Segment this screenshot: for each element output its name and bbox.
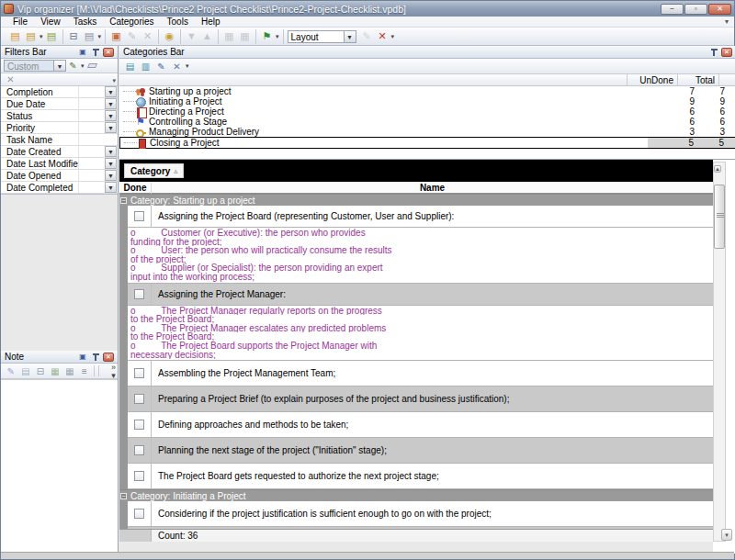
filter-dropdown-icon[interactable]: ▼ <box>105 158 117 169</box>
menu-overflow-icon[interactable]: ▾ <box>725 17 729 26</box>
filter-value-field[interactable] <box>78 134 118 145</box>
close-button[interactable]: ✕ <box>708 4 731 15</box>
open-notebook-dropdown-icon[interactable]: ▾ <box>40 33 43 40</box>
category-row[interactable]: Closing a Project55 <box>119 137 735 149</box>
task-checkbox[interactable] <box>134 471 144 481</box>
toolbar-overflow-icon[interactable]: ▾ <box>391 33 395 40</box>
print-button[interactable]: ⊟ <box>66 29 82 43</box>
task-checkbox[interactable] <box>134 289 144 299</box>
filter-dropdown-icon[interactable]: ▼ <box>105 110 117 121</box>
filter-preset-combo[interactable]: Custom <box>4 60 54 72</box>
categories-toolbar-overflow-icon[interactable]: ▾ <box>186 62 189 70</box>
filter-value-field[interactable] <box>78 170 105 181</box>
print-preview-button[interactable]: ▤ <box>82 29 97 43</box>
column-done[interactable]: Done <box>119 183 152 194</box>
filter-dropdown-icon[interactable]: ▼ <box>105 86 117 97</box>
menu-help[interactable]: Help <box>195 17 227 27</box>
new-task-button[interactable]: ▣ <box>108 29 124 43</box>
menu-tasks[interactable]: Tasks <box>67 17 104 27</box>
categories-pin-icon[interactable] <box>708 48 719 57</box>
note-restore-icon[interactable]: ▣ <box>77 353 88 362</box>
task-row[interactable]: Considering if the project justification… <box>128 501 713 527</box>
filter-value-field[interactable] <box>78 98 105 109</box>
filter-value-field[interactable] <box>78 86 105 97</box>
print-preview-dropdown-icon[interactable]: ▾ <box>98 33 102 40</box>
apply-filter-icon[interactable]: ✎ <box>66 60 80 72</box>
filter-dropdown-icon[interactable]: ▼ <box>105 170 117 181</box>
group-row[interactable]: −Category: Starting up a project <box>119 194 713 206</box>
layout-combo-dropdown-icon[interactable]: ▼ <box>345 30 356 43</box>
new-notebook-button[interactable]: ▤ <box>7 29 23 43</box>
collapse-groups-button[interactable]: ▦ <box>237 29 253 43</box>
notebook-view-dropdown-icon[interactable]: ▾ <box>276 33 279 40</box>
note-close-icon[interactable]: ✕ <box>103 353 114 362</box>
edit-task-button[interactable]: ✎ <box>124 29 140 43</box>
filter-value-field[interactable] <box>78 146 105 157</box>
menu-file[interactable]: File <box>6 17 34 27</box>
edit-category-button[interactable]: ✎ <box>153 60 169 73</box>
scroll-down-icon[interactable]: ▼ <box>721 529 732 541</box>
collapse-group-icon[interactable]: − <box>120 197 127 204</box>
filters-close-icon[interactable]: ✕ <box>103 48 114 57</box>
expand-groups-button[interactable]: ▦ <box>221 29 237 43</box>
layout-combo[interactable]: Layout ▼ <box>288 30 356 43</box>
new-subcategory-button[interactable]: ▥ <box>138 60 153 73</box>
categories-close-icon[interactable]: ✕ <box>721 48 732 57</box>
maximize-button[interactable]: ▫ <box>684 4 707 15</box>
category-row[interactable]: Initiating a Project99 <box>119 96 735 106</box>
vertical-scrollbar[interactable]: ▲ ▼ <box>713 162 726 542</box>
category-row[interactable]: Controlling a Stage66 <box>119 117 735 127</box>
delete-task-button[interactable]: ✕ <box>140 29 155 43</box>
scrollbar-thumb[interactable] <box>714 185 725 249</box>
minimize-button[interactable]: − <box>661 4 684 15</box>
filter-preset-dropdown-icon[interactable]: ▼ <box>54 60 66 72</box>
new-category-button[interactable]: ▤ <box>122 60 138 73</box>
collapse-group-icon[interactable]: − <box>120 493 127 499</box>
edit-note-icon[interactable]: ✎ <box>4 364 18 377</box>
move-up-button[interactable]: ▲ <box>199 29 215 43</box>
task-row[interactable]: Defining approaches and methods to be ta… <box>128 412 713 438</box>
insert-image-icon[interactable]: ▦ <box>48 364 62 377</box>
filters-pin-icon[interactable] <box>90 48 101 57</box>
menu-tools[interactable]: Tools <box>161 17 195 27</box>
task-checkbox[interactable] <box>134 211 144 221</box>
clear-filter-icon[interactable]: ✕ <box>4 73 17 85</box>
column-name[interactable]: Name <box>152 183 713 193</box>
view-task-notes-button[interactable]: ◉ <box>162 29 177 43</box>
note-toolbar-overflow-icon[interactable]: »▾ <box>111 364 116 380</box>
scroll-up-icon[interactable]: ▲ <box>714 165 721 173</box>
task-row[interactable]: Preparing a Project Brief (to explain pu… <box>128 386 713 412</box>
filter-value-field[interactable] <box>78 110 105 121</box>
filter-dropdown-icon[interactable]: ▼ <box>105 98 117 109</box>
note-content[interactable] <box>1 379 118 553</box>
group-by-category-button[interactable]: Category ▵ <box>124 163 184 178</box>
task-row[interactable]: The Project Board gets requested to auth… <box>128 464 713 489</box>
print-preview-note-icon[interactable]: ▤ <box>18 364 33 377</box>
category-row[interactable]: Starting up a project77 <box>119 86 735 96</box>
filter-dropdown-icon[interactable]: ▼ <box>105 182 117 193</box>
menu-view[interactable]: View <box>34 17 67 27</box>
save-layout-button[interactable]: ✎ <box>359 29 375 43</box>
group-row[interactable]: −Category: Initiating a Project <box>119 489 713 501</box>
category-row[interactable]: Directing a Project66 <box>119 106 735 117</box>
task-row[interactable]: Assembling the Project Management Team; <box>128 361 713 386</box>
open-notebook-button[interactable]: ▤ <box>23 29 39 43</box>
title-bar[interactable]: Vip organizer [M:\Vlad\Checklists\Prince… <box>1 1 734 17</box>
note-pin-icon[interactable] <box>90 353 101 362</box>
menu-categories[interactable]: Categories <box>103 17 160 27</box>
task-checkbox[interactable] <box>134 509 144 519</box>
task-row[interactable]: Planning the next stage of the project (… <box>128 438 713 464</box>
task-row[interactable]: Assigning the Project Manager: <box>128 284 713 306</box>
filter-value-field[interactable] <box>78 182 105 193</box>
apply-filter-dropdown-icon[interactable]: ▾ <box>81 62 85 70</box>
delete-category-button[interactable]: ✕ <box>169 60 185 73</box>
filters-restore-icon[interactable]: ▣ <box>77 48 88 57</box>
filters-toolbar-overflow-icon[interactable]: ▾ <box>112 77 116 84</box>
layout-combo-value[interactable]: Layout <box>288 30 345 43</box>
bullet-list-icon[interactable]: ≡ <box>77 364 92 377</box>
insert-table-icon[interactable]: ▦ <box>62 364 77 377</box>
eraser-icon[interactable] <box>85 60 99 72</box>
task-checkbox[interactable] <box>134 394 144 404</box>
print-note-icon[interactable]: ⊟ <box>33 364 48 377</box>
notebook-view-button[interactable]: ⚑ <box>259 29 275 43</box>
